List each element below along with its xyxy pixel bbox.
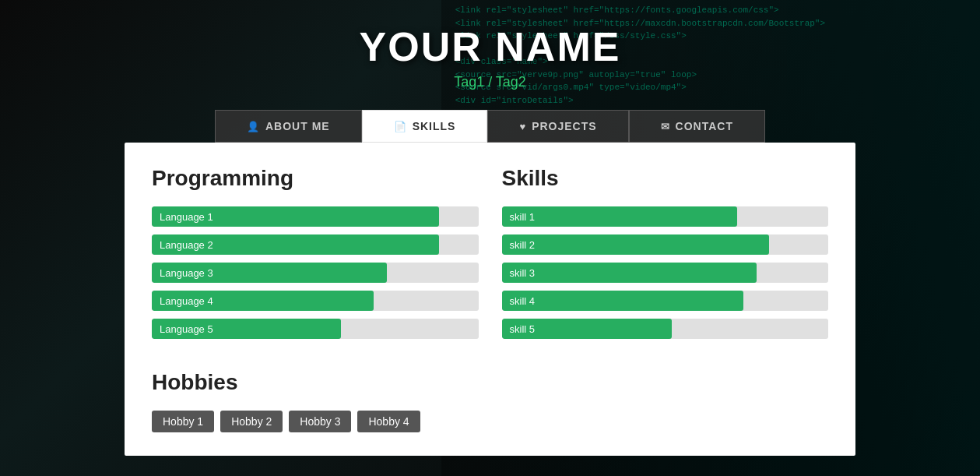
site-tagline: Tag1 / Tag2 <box>0 74 980 90</box>
site-title: YOUR NAME <box>0 23 980 70</box>
main-content: Programming Language 1 Language 2 Langua… <box>125 143 855 456</box>
skill-bar-container: skill 5 <box>502 319 829 339</box>
programming-bar-container: Language 1 <box>152 206 479 227</box>
skill-bar-container: skill 1 <box>502 206 829 227</box>
skill-track: skill 2 <box>502 234 829 255</box>
skill-bar-container: skill 4 <box>502 291 829 311</box>
hobbies-title: Hobbies <box>152 370 828 395</box>
tab-about[interactable]: 👤ABOUT ME <box>215 110 362 143</box>
skill-track: skill 1 <box>502 206 829 227</box>
skill-bar: skill 5 <box>502 319 672 339</box>
programming-bar-container: Language 2 <box>152 234 479 255</box>
programming-title: Programming <box>152 166 479 191</box>
skills-title: Skills <box>502 166 829 191</box>
nav-bar: 👤ABOUT ME📄SKILLS♥PROJECTS✉CONTACT <box>0 110 980 143</box>
skill-label: skill 2 <box>510 239 536 251</box>
progress-bar: Language 4 <box>152 291 374 311</box>
progress-bar: Language 3 <box>152 263 387 283</box>
tab-label-skills: SKILLS <box>413 120 456 132</box>
tab-contact[interactable]: ✉CONTACT <box>629 110 765 143</box>
skill-bar: skill 3 <box>502 263 757 283</box>
skill-label: skill 3 <box>510 267 536 279</box>
hobbies-section: Hobbies Hobby 1Hobby 2Hobby 3Hobby 4 <box>152 370 828 432</box>
progress-bar: Language 2 <box>152 234 439 255</box>
progress-bar: Language 5 <box>152 319 341 339</box>
hobby-tag: Hobby 4 <box>357 411 420 432</box>
hobbies-tags: Hobby 1Hobby 2Hobby 3Hobby 4 <box>152 411 828 432</box>
skill-track: skill 5 <box>502 319 829 339</box>
header: YOUR NAME Tag1 / Tag2 <box>0 0 980 90</box>
progress-track: Language 4 <box>152 291 479 311</box>
skill-track: skill 4 <box>502 291 829 311</box>
progress-label: Language 5 <box>160 323 213 335</box>
programming-bars: Language 1 Language 2 Language 3 Languag… <box>152 206 479 339</box>
skill-track: skill 3 <box>502 263 829 283</box>
tab-projects[interactable]: ♥PROJECTS <box>487 110 628 143</box>
progress-bar: Language 1 <box>152 206 439 227</box>
skills-bars: skill 1 skill 2 skill 3 skill 4 <box>502 206 829 339</box>
progress-label: Language 1 <box>160 211 213 223</box>
tab-label-about: ABOUT ME <box>265 120 330 132</box>
hobby-tag: Hobby 3 <box>289 411 351 432</box>
programming-section: Programming Language 1 Language 2 Langua… <box>152 166 479 347</box>
progress-track: Language 3 <box>152 263 479 283</box>
programming-bar-container: Language 3 <box>152 263 479 283</box>
skills-section: Skills skill 1 skill 2 skill 3 <box>502 166 829 347</box>
programming-bar-container: Language 5 <box>152 319 479 339</box>
projects-icon: ♥ <box>519 121 526 132</box>
about-icon: 👤 <box>247 121 260 132</box>
progress-label: Language 3 <box>160 267 213 279</box>
hobby-tag: Hobby 2 <box>220 411 283 432</box>
skills-icon: 📄 <box>394 121 407 132</box>
tab-skills[interactable]: 📄SKILLS <box>362 110 488 143</box>
skill-bar: skill 2 <box>502 234 770 255</box>
skill-bar-container: skill 3 <box>502 263 829 283</box>
progress-label: Language 2 <box>160 239 213 251</box>
tab-label-projects: PROJECTS <box>532 120 596 132</box>
contact-icon: ✉ <box>661 121 670 132</box>
progress-track: Language 5 <box>152 319 479 339</box>
progress-track: Language 2 <box>152 234 479 255</box>
hobby-tag: Hobby 1 <box>152 411 214 432</box>
progress-track: Language 1 <box>152 206 479 227</box>
skill-bar-container: skill 2 <box>502 234 829 255</box>
tab-label-contact: CONTACT <box>676 120 733 132</box>
skill-bar: skill 1 <box>502 206 737 227</box>
progress-label: Language 4 <box>160 295 213 307</box>
skill-label: skill 5 <box>510 323 536 335</box>
skill-bar: skill 4 <box>502 291 743 311</box>
content-grid: Programming Language 1 Language 2 Langua… <box>152 166 828 347</box>
programming-bar-container: Language 4 <box>152 291 479 311</box>
skill-label: skill 1 <box>510 211 536 223</box>
skill-label: skill 4 <box>510 295 536 307</box>
